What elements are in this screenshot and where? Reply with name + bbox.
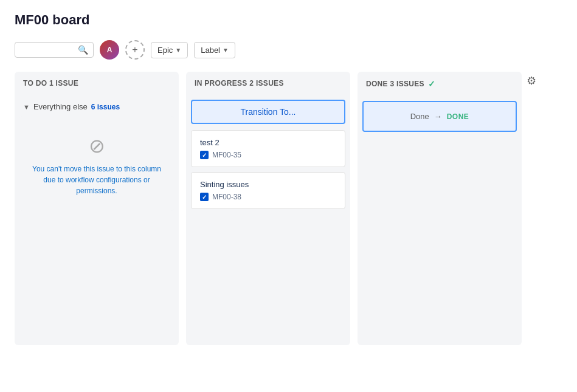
search-box[interactable]: 🔍 bbox=[15, 42, 94, 58]
issue-id-row-1: MF00-35 bbox=[200, 151, 336, 159]
transition-button[interactable]: Transition To... bbox=[191, 100, 345, 124]
no-move-icon: ⊘ bbox=[89, 134, 105, 157]
todo-group-header[interactable]: ▼ Everything else 6 issues bbox=[19, 100, 174, 116]
page-container: MF00 board 🔍 A + Epic ▼ Label ▼ TO DO 1 … bbox=[0, 0, 577, 357]
label-label: Label bbox=[201, 46, 220, 55]
board-header-row: TO DO 1 ISSUE ▼ Everything else 6 issues… bbox=[15, 72, 562, 345]
done-arrow-icon: → bbox=[434, 112, 442, 121]
search-input[interactable] bbox=[20, 46, 75, 55]
todo-column-body: ▼ Everything else 6 issues ⊘ You can't m… bbox=[15, 95, 179, 216]
board-container: TO DO 1 ISSUE ▼ Everything else 6 issues… bbox=[15, 72, 522, 345]
group-label: Everything else bbox=[33, 102, 88, 111]
issue-checkbox-1[interactable] bbox=[200, 151, 209, 159]
add-user-button[interactable]: + bbox=[125, 40, 145, 60]
epic-chevron-icon: ▼ bbox=[175, 47, 181, 53]
inprogress-column: IN PROGRESS 2 ISSUES Transition To... te… bbox=[186, 72, 350, 345]
issue-card-mf00-35[interactable]: test 2 MF00-35 bbox=[191, 130, 345, 167]
todo-column: TO DO 1 ISSUE ▼ Everything else 6 issues… bbox=[15, 72, 179, 345]
done-check-icon: ✓ bbox=[428, 79, 435, 89]
todo-column-header: TO DO 1 ISSUE bbox=[15, 72, 179, 95]
label-chevron-icon: ▼ bbox=[223, 47, 229, 53]
group-chevron-icon: ▼ bbox=[23, 103, 30, 111]
issue-card-mf00-38[interactable]: Sinting issues MF00-38 bbox=[191, 172, 345, 209]
issue-title-1: test 2 bbox=[200, 138, 336, 147]
issue-checkbox-2[interactable] bbox=[200, 193, 209, 201]
done-card-label: Done bbox=[410, 112, 429, 121]
add-user-icon: + bbox=[132, 44, 137, 55]
label-dropdown[interactable]: Label ▼ bbox=[194, 42, 235, 58]
done-column: DONE 3 ISSUES ✓ Done → DONE bbox=[358, 72, 522, 345]
avatar[interactable]: A bbox=[100, 40, 119, 60]
inprogress-column-body: Transition To... test 2 MF00-35 Sinting … bbox=[186, 95, 350, 219]
todo-header-label: TO DO 1 ISSUE bbox=[23, 79, 78, 88]
issue-id-row-2: MF00-38 bbox=[200, 193, 336, 201]
done-header-label: DONE 3 ISSUES bbox=[366, 80, 424, 88]
done-column-header: DONE 3 ISSUES ✓ bbox=[358, 72, 522, 96]
issue-id-2: MF00-38 bbox=[212, 193, 241, 201]
issue-title-2: Sinting issues bbox=[200, 180, 336, 189]
epic-dropdown[interactable]: Epic ▼ bbox=[151, 42, 188, 58]
done-transition-card[interactable]: Done → DONE bbox=[362, 101, 517, 132]
toolbar: 🔍 A + Epic ▼ Label ▼ bbox=[15, 40, 562, 60]
inprogress-column-header: IN PROGRESS 2 ISSUES bbox=[186, 72, 350, 95]
epic-label: Epic bbox=[157, 46, 173, 55]
no-move-text: You can't move this issue to this column… bbox=[29, 163, 164, 196]
no-move-card: ⊘ You can't move this issue to this colu… bbox=[19, 116, 174, 211]
group-count: 6 issues bbox=[91, 103, 120, 111]
done-column-body: Done → DONE bbox=[358, 96, 522, 142]
inprogress-header-label: IN PROGRESS 2 ISSUES bbox=[195, 79, 284, 88]
search-icon: 🔍 bbox=[78, 45, 88, 55]
issue-id-1: MF00-35 bbox=[212, 151, 241, 159]
gear-button[interactable]: ⚙ bbox=[524, 72, 539, 90]
page-title: MF00 board bbox=[15, 12, 562, 28]
done-badge: DONE bbox=[447, 112, 469, 121]
